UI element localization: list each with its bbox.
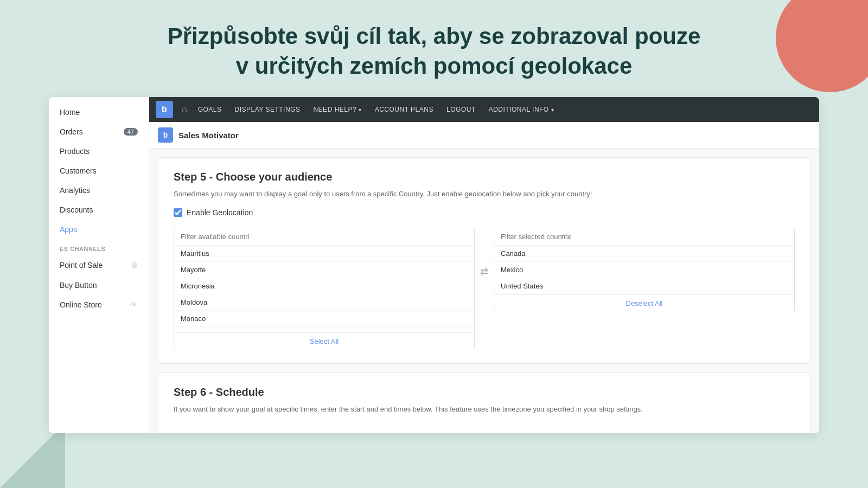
list-item[interactable]: Canada [494,246,794,262]
selected-country-list: Canada Mexico United States [494,246,794,294]
brand-area: b Sales Motivator [149,122,819,149]
transfer-icon-area: ⇄ [475,266,494,278]
available-countries-container: Mauritius Mayotte Micronesia Moldova Mon… [174,228,475,350]
sidebar-item-online-store[interactable]: Online Store 👁 [49,295,149,314]
country-picker: Mauritius Mayotte Micronesia Moldova Mon… [174,228,795,350]
sidebar: Home Orders 47 Products Customers Analyt… [49,97,149,433]
geolocation-checkbox[interactable] [174,208,182,217]
list-item[interactable]: United States [494,278,794,294]
list-item[interactable]: Monaco [174,311,474,327]
channels-section-title: ES CHANNELS [49,239,149,254]
list-item[interactable]: Mongolia [174,327,474,332]
geolocation-toggle: Enable Geolocation [174,208,795,217]
home-icon[interactable]: ⌂ [182,105,187,114]
available-country-list: Mauritius Mayotte Micronesia Moldova Mon… [174,246,474,332]
nav-account-plans[interactable]: ACCOUNT PLANS [368,97,440,122]
step5-card: Step 5 - Choose your audience Sometimes … [158,157,810,364]
geolocation-label: Enable Geolocation [187,208,253,217]
list-item[interactable]: Mexico [494,262,794,278]
brand-logo: b [158,127,173,143]
eye-icon: 👁 [130,300,138,309]
nav-additional-info[interactable]: ADDITIONAL INFO ▾ [482,97,561,122]
list-item[interactable]: Mayotte [174,262,474,278]
brand-name: Sales Motivator [178,131,239,140]
selected-countries-container: Canada Mexico United States Deselect All [494,228,795,312]
selected-filter-input[interactable] [494,228,794,246]
available-filter-input[interactable] [174,228,474,246]
nav-need-help[interactable]: NEED HELP? ▾ [307,97,368,122]
step6-title: Step 6 - Schedule [174,386,795,399]
sidebar-item-orders[interactable]: Orders 47 [49,122,149,142]
content-area: b ⌂ GOALS DISPLAY SETTINGS NEED HELP? ▾ … [149,97,819,433]
sidebar-item-buy-button[interactable]: Buy Button [49,275,149,295]
page-header: Přizpůsobte svůj cíl tak, aby se zobrazo… [0,0,868,97]
app-logo: b [156,101,173,118]
deselect-all-button[interactable]: Deselect All [494,294,794,312]
step6-card: Step 6 - Schedule If you want to show yo… [158,373,810,434]
main-container: Home Orders 47 Products Customers Analyt… [49,97,819,433]
step5-description: Sometimes you may want to display a goal… [174,189,795,200]
header-line1: Přizpůsobte svůj cíl tak, aby se zobrazo… [168,23,701,49]
sidebar-item-point-of-sale[interactable]: Point of Sale ⊕ [49,254,149,275]
transfer-icon: ⇄ [480,266,488,278]
step6-description: If you want to show your goal at specifi… [174,404,795,415]
select-all-button[interactable]: Select All [174,332,474,350]
plus-icon: ⊕ [131,260,138,270]
orders-badge: 47 [124,128,138,136]
nav-display-settings[interactable]: DISPLAY SETTINGS [228,97,307,122]
list-item[interactable]: Mauritius [174,246,474,262]
header-line2: v určitých zemích pomocí geolokace [236,53,633,79]
additional-info-arrow-icon: ▾ [551,107,554,113]
sidebar-item-apps[interactable]: Apps [49,220,149,239]
list-item[interactable]: Micronesia [174,278,474,294]
nav-logout[interactable]: LOGOUT [440,97,482,122]
list-item[interactable]: Moldova [174,294,474,311]
sidebar-item-products[interactable]: Products [49,142,149,161]
sidebar-item-home[interactable]: Home [49,102,149,122]
sidebar-item-discounts[interactable]: Discounts [49,200,149,220]
sidebar-item-analytics[interactable]: Analytics [49,181,149,200]
top-nav: b ⌂ GOALS DISPLAY SETTINGS NEED HELP? ▾ … [149,97,819,122]
need-help-arrow-icon: ▾ [359,107,362,113]
nav-goals[interactable]: GOALS [192,97,228,122]
sidebar-item-customers[interactable]: Customers [49,161,149,181]
step5-title: Step 5 - Choose your audience [174,171,795,183]
